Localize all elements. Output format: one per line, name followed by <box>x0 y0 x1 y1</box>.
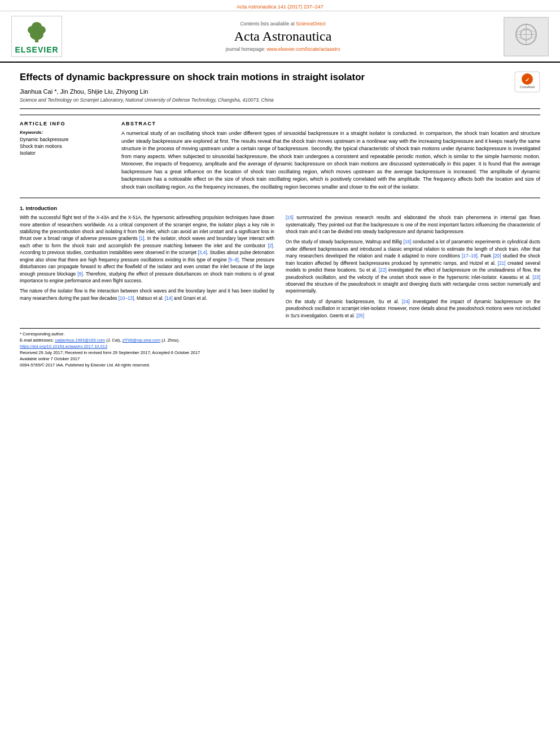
copyright-line: 0094-5765/© 2017 IAA. Published by Elsev… <box>20 362 540 368</box>
page-container: Acta Astronautica 141 (2017) 237–247 ELS… <box>0 0 560 747</box>
ref-10-13-link[interactable]: [10–13] <box>119 295 134 301</box>
ref-5-8-link[interactable]: [5–8] <box>228 257 238 263</box>
available-line: Available online 7 October 2017 <box>20 356 540 361</box>
ref-25-link[interactable]: [25] <box>356 313 364 318</box>
keyword-1: Dynamic backpressure <box>20 137 110 143</box>
right-para-1: [15] summarized the previous research re… <box>286 214 540 235</box>
ref-3-4-link[interactable]: [3,4] <box>198 250 207 255</box>
corresponding-footnote: * Corresponding author. <box>20 331 540 337</box>
article-title-text: Effects of dynamic backpressure on shock… <box>20 71 514 103</box>
doi-link[interactable]: https://doi.org/10.1016/j.actaastro.2017… <box>20 344 107 349</box>
svg-point-4 <box>32 22 42 31</box>
ref-21-link[interactable]: [21] <box>498 260 506 266</box>
ref-24-link[interactable]: [24] <box>402 299 410 304</box>
svg-text:CrossMark: CrossMark <box>520 85 535 89</box>
body-layout: With the successful flight test of the X… <box>20 214 540 322</box>
keyword-3: Isolator <box>20 150 110 157</box>
ref-16-link[interactable]: [16] <box>404 239 412 244</box>
received-line: Received 29 July 2017; Received in revis… <box>20 350 540 355</box>
journal-url[interactable]: www.elsevier.com/locate/actaastro <box>266 46 340 52</box>
elsevier-tree-icon <box>27 19 47 44</box>
crossmark-icon: ✓ CrossMark <box>514 71 540 93</box>
email-footnote: E-mail addresses: caijianhua.1993@163.co… <box>20 338 540 343</box>
left-col: ARTICLE INFO Keywords: Dynamic backpress… <box>20 121 110 191</box>
journal-homepage: journal homepage: www.elsevier.com/locat… <box>62 46 504 52</box>
keywords-section: Keywords: Dynamic backpressure Shock tra… <box>20 130 110 157</box>
ref-23-link[interactable]: [23] <box>532 274 540 280</box>
ref-15-link[interactable]: [15] <box>286 215 294 220</box>
journal-citation: Acta Astronautica 141 (2017) 237–247 <box>237 4 323 10</box>
body-right-col: [15] summarized the previous research re… <box>286 214 540 322</box>
email-1-link[interactable]: caijianhua.1993@163.com <box>55 338 105 343</box>
abstract-text: A numerical study of an oscillating shoc… <box>121 130 540 191</box>
right-para-2: On the study of steady backpressure, Wal… <box>286 238 540 295</box>
email-2-link[interactable]: zf706@vip.sina.com <box>123 338 161 343</box>
section-divider <box>20 198 540 198</box>
journal-main-title: Acta Astronautica <box>62 29 504 44</box>
journal-header: ELSEVIER Contents lists available at Sci… <box>0 11 560 63</box>
right-para-3: On the study of dynamic backpressure, Su… <box>286 298 540 319</box>
ref-9-link[interactable]: [9] <box>77 271 82 277</box>
elsevier-wordmark: ELSEVIER <box>14 45 59 54</box>
journal-cover-image <box>504 17 549 56</box>
ref-2-link[interactable]: [2] <box>268 243 273 248</box>
ref-17-19-link[interactable]: [17–19] <box>462 253 478 259</box>
article-title-section: Effects of dynamic backpressure on shock… <box>20 71 540 109</box>
abstract-header: ABSTRACT <box>121 121 540 126</box>
article-title: Effects of dynamic backpressure on shock… <box>20 71 514 84</box>
ref-22-link[interactable]: [22] <box>379 267 387 273</box>
intro-para-1: With the successful flight test of the X… <box>20 214 274 284</box>
ref-14-link[interactable]: [14] <box>165 295 173 301</box>
elsevier-logo: ELSEVIER <box>11 16 62 57</box>
two-col-layout: ARTICLE INFO Keywords: Dynamic backpress… <box>20 115 540 191</box>
journal-title-block: Contents lists available at ScienceDirec… <box>62 21 504 52</box>
intro-para-2: The nature of the isolator flow is the i… <box>20 287 274 302</box>
footnote-area: * Corresponding author. E-mail addresses… <box>20 328 540 368</box>
top-bar: Acta Astronautica 141 (2017) 237–247 <box>0 0 560 11</box>
journal-cover-svg <box>504 18 548 56</box>
body-left-col: With the successful flight test of the X… <box>20 214 274 322</box>
contents-available: Contents lists available at ScienceDirec… <box>62 21 504 27</box>
right-col: ABSTRACT A numerical study of an oscilla… <box>121 121 540 191</box>
ref-20-link[interactable]: [20] <box>493 253 501 259</box>
keyword-2: Shock train motions <box>20 143 110 150</box>
keywords-label: Keywords: <box>20 130 110 135</box>
science-direct-link[interactable]: ScienceDirect <box>296 21 325 27</box>
crossmark-badge: ✓ CrossMark <box>514 71 540 93</box>
ref-1-link[interactable]: [1] <box>139 235 144 241</box>
svg-text:✓: ✓ <box>525 77 530 83</box>
article-content: Effects of dynamic backpressure on shock… <box>0 63 560 376</box>
doi-line: https://doi.org/10.1016/j.actaastro.2017… <box>20 344 540 349</box>
article-info-header: ARTICLE INFO <box>20 121 110 126</box>
article-authors: Jianhua Cai *, Jin Zhou, Shijie Liu, Zhi… <box>20 88 514 95</box>
section-title-intro: 1. Introduction <box>20 205 540 211</box>
article-affiliation: Science and Technology on Scramjet Labor… <box>20 97 514 103</box>
